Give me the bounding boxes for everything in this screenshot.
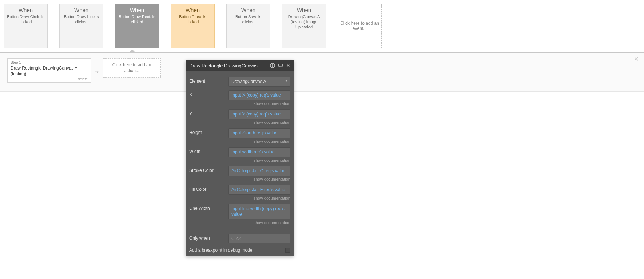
event-card-selected[interactable]: When Button Draw Rect. is clicked: [115, 4, 159, 48]
prop-label: X: [189, 90, 226, 92]
property-panel-body: Element DrawingCanvas A X Input X (copy)…: [186, 71, 294, 92]
event-row: When Button Draw Circle is clicked When …: [0, 0, 644, 48]
svg-rect-1: [272, 65, 273, 67]
prop-row-x: X Input X (copy) req's value show docume…: [189, 90, 290, 92]
event-card[interactable]: When Button Draw Line is clicked: [59, 4, 103, 48]
divider-pointer-icon: [129, 49, 135, 52]
event-when: When: [297, 7, 311, 13]
add-event-label: Click here to add an event...: [340, 21, 379, 31]
step-number: Step 1: [11, 60, 88, 65]
event-desc: Button Draw Line is clicked: [62, 15, 101, 25]
property-panel-header[interactable]: Draw Rectangle DrawingCanvas ✕: [186, 60, 294, 71]
prop-value: DrawingCanvas A: [231, 79, 266, 84]
event-desc: DrawingCanvas A (testing) Image Uploaded: [285, 15, 323, 30]
event-when: When: [19, 7, 33, 13]
event-desc: Button Erase is clicked: [173, 15, 212, 25]
event-when: When: [241, 7, 255, 13]
event-desc: Button Save is clicked: [229, 15, 268, 25]
element-dropdown[interactable]: DrawingCanvas A: [228, 77, 290, 87]
event-when: When: [186, 7, 200, 13]
property-panel-title: Draw Rectangle DrawingCanvas: [189, 63, 267, 68]
steps-panel: ✕ Step 1 Draw Rectangle DrawingCanvas A …: [0, 53, 644, 92]
comment-icon[interactable]: [278, 63, 283, 68]
close-icon[interactable]: ✕: [634, 55, 639, 63]
svg-rect-2: [272, 64, 273, 65]
event-card[interactable]: When Button Draw Circle is clicked: [4, 4, 48, 48]
step-card[interactable]: Step 1 Draw Rectangle DrawingCanvas A (t…: [7, 58, 91, 83]
event-when: When: [130, 7, 144, 13]
event-desc: Button Draw Circle is clicked: [6, 15, 45, 25]
step-title: Draw Rectangle DrawingCanvas A (testing): [11, 65, 88, 77]
event-card-warn[interactable]: When Button Erase is clicked: [171, 4, 215, 48]
add-event-card[interactable]: Click here to add an event...: [338, 4, 382, 48]
event-when: When: [74, 7, 88, 13]
event-card[interactable]: When Button Save is clicked: [226, 4, 270, 48]
step-delete-link[interactable]: delete: [11, 77, 88, 82]
info-icon[interactable]: [270, 63, 275, 68]
close-icon[interactable]: ✕: [286, 63, 290, 68]
event-card[interactable]: When DrawingCanvas A (testing) Image Upl…: [282, 4, 326, 48]
property-panel: Draw Rectangle DrawingCanvas ✕ Element D…: [186, 60, 294, 92]
prop-label: Element: [189, 77, 226, 84]
event-desc: Button Draw Rect. is clicked: [118, 15, 156, 25]
prop-row-element: Element DrawingCanvas A: [189, 77, 290, 87]
add-action-card[interactable]: Click here to add an action...: [103, 58, 161, 78]
arrow-right-icon: ➔: [95, 67, 99, 75]
x-input[interactable]: Input X (copy) req's value: [228, 90, 290, 92]
chevron-down-icon: [285, 80, 288, 82]
add-action-label: Click here to add an action...: [112, 62, 151, 73]
